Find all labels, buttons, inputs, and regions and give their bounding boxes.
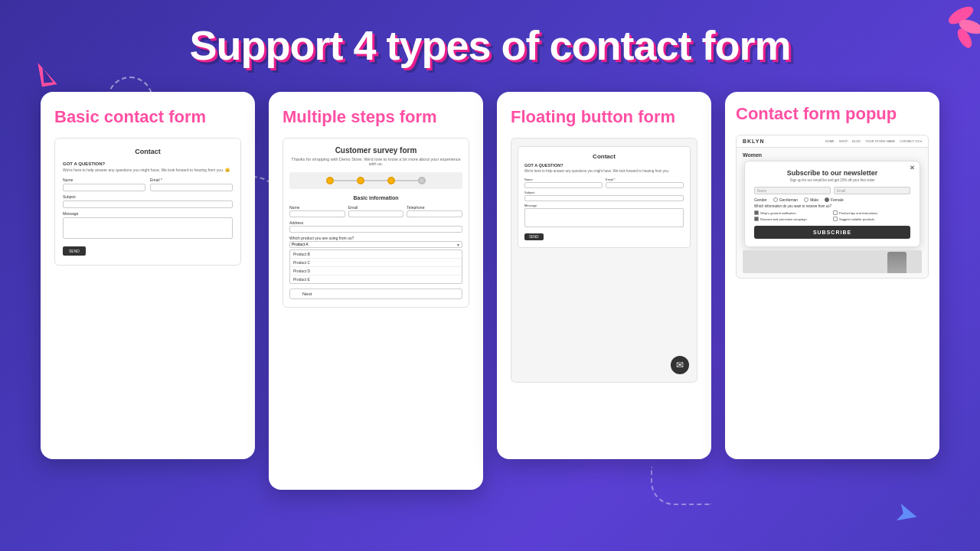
msfp-address-label: Address (289, 220, 462, 225)
bfp-subject-label: Subject (63, 194, 233, 199)
msfp-option-e[interactable]: Product E (290, 276, 462, 283)
floating-form-preview: Contact GOT A QUESTION? We're here to he… (511, 138, 697, 383)
pfp-checkbox-discount-box (754, 217, 759, 221)
pfp-subscribe-btn[interactable]: SUBSCRIBE (754, 226, 910, 239)
fbfp-heading: Contact (524, 153, 684, 160)
msfp-line-3 (395, 180, 418, 181)
pfp-nav-contact[interactable]: CONTACT US ▾ (900, 139, 922, 143)
card-basic: Basic contact form Contact GOT A QUESTIO… (41, 92, 255, 459)
msfp-product-label: Which product you are using from us? (289, 236, 462, 240)
pfp-modal: ✕ Subscribe to our newsletter Sign up fo… (744, 161, 920, 247)
fbfp-section-text: We're here to help answer any questions … (524, 169, 684, 174)
pfp-page-image (743, 250, 922, 273)
basic-form-preview: Contact GOT A QUESTION? We're here to he… (54, 138, 241, 266)
pfp-radio-male[interactable]: Male (804, 197, 818, 202)
fbfp-subject-label: Subject (524, 191, 684, 194)
pfp-email-placeholder: Email (837, 189, 845, 193)
pfp-checkbox-suggest-box (833, 217, 838, 221)
pfp-radio-text-gentleman: Gentleman (779, 197, 798, 202)
bfp-send-btn[interactable]: SEND (63, 246, 86, 256)
pfp-site-logo: BKLYN (743, 139, 764, 144)
fbfp-contact-box: Contact GOT A QUESTION? We're here to he… (518, 146, 691, 247)
bfp-message-input (63, 217, 233, 239)
deco-arrow-right: ➤ (892, 495, 923, 532)
pfp-radio-dot-male (804, 197, 808, 202)
msfp-subtitle: Thanks for shopping with Demo Store. We'… (289, 157, 462, 166)
fbfp-send-btn[interactable]: SEND (524, 233, 544, 240)
card-basic-title: Basic contact form (54, 107, 241, 127)
pfp-radio-female[interactable]: Female (825, 197, 844, 202)
multistep-form-preview: Customer survey form Thanks for shopping… (283, 138, 469, 308)
msfp-dot-3 (387, 177, 395, 184)
msfp-selected-option: Product A (292, 242, 309, 246)
bfp-name-input (63, 184, 145, 191)
fbfp-email-input (606, 182, 684, 188)
msfp-dropdown-wrap: Product A ▼ (289, 241, 462, 248)
pfp-close-btn[interactable]: ✕ (910, 165, 915, 171)
pfp-modal-title: Subscribe to our newsletter (754, 169, 910, 177)
pfp-person-figure (887, 252, 906, 273)
msfp-dot-4 (418, 177, 426, 184)
bfp-name-label: Name (63, 178, 145, 182)
msfp-progress-bar (289, 172, 462, 189)
pfp-website-bar: BKLYN HOME SHOP BLOG YOUR STORE NAME CON… (737, 135, 928, 148)
card-floating-title: Floating button form (511, 107, 697, 127)
fbfp-email-label: Email * (606, 178, 684, 181)
pfp-checkbox-suggest[interactable]: Suggest suitable products (833, 217, 910, 221)
msfp-option-b[interactable]: Product B (290, 250, 462, 259)
pfp-nav-blog[interactable]: BLOG (852, 139, 861, 143)
card-floating: Floating button form Contact GOT A QUEST… (497, 92, 711, 459)
msfp-section: Basic information (289, 195, 462, 201)
pfp-modal-subtitle: Sign up for our email list and get 15% o… (754, 178, 910, 182)
msfp-line-2 (364, 180, 387, 181)
page-title: Support 4 types of contact form (0, 21, 980, 69)
pfp-checkbox-tips-box (833, 210, 838, 215)
pfp-gender-row: Gender Gentleman Male Female (754, 197, 910, 202)
bfp-subject-input (63, 201, 233, 208)
msfp-line-1 (334, 180, 357, 181)
card-popup: Contact form popup BKLYN HOME SHOP BLOG … (725, 92, 939, 459)
pfp-nav-home[interactable]: HOME (825, 139, 835, 143)
bfp-email-label: Email * (150, 178, 233, 182)
card-multistep-title: Multiple steps form (283, 107, 469, 127)
bfp-message-label: Message (63, 211, 233, 216)
envelope-icon: ✉ (676, 360, 684, 370)
msfp-option-c[interactable]: Product C (290, 259, 462, 267)
pfp-checkbox-discount-label: Discount and promotion campaign (760, 217, 807, 221)
deco-flower (919, 0, 980, 61)
pfp-nav-shop[interactable]: SHOP (839, 139, 848, 143)
fbfp-float-button[interactable]: ✉ (671, 356, 689, 374)
card-multistep: Multiple steps form Customer survey form… (269, 92, 483, 490)
fbfp-message-input (524, 208, 684, 227)
pfp-gender-label: Gender (754, 197, 767, 202)
pfp-checkbox-general[interactable]: Shop's general notification (754, 210, 831, 215)
msfp-telephone-label: Telephone (407, 205, 462, 210)
pfp-radio-dot-female (825, 197, 829, 202)
pfp-checkbox-discount[interactable]: Discount and promotion campaign (754, 217, 831, 221)
bfp-heading: Contact (63, 148, 233, 155)
pfp-nav-store[interactable]: YOUR STORE NAME (865, 139, 895, 143)
msfp-next-btn[interactable]: Next (289, 289, 462, 299)
pfp-radio-gentleman[interactable]: Gentleman (773, 197, 798, 202)
pfp-checkbox-tips[interactable]: Product tips and instructions (833, 210, 910, 215)
msfp-telephone-input (407, 210, 462, 217)
msfp-email-label: Email (348, 205, 404, 210)
pfp-content: Women ✕ Subscribe to our newsletter Sign… (737, 148, 928, 278)
pfp-checkbox-group: Shop's general notification Product tips… (754, 210, 910, 221)
pfp-email-input[interactable]: Email (834, 187, 910, 194)
popup-form-preview: BKLYN HOME SHOP BLOG YOUR STORE NAME CON… (736, 135, 929, 279)
bfp-email-input (150, 184, 233, 191)
msfp-heading: Customer survey form (289, 146, 462, 155)
msfp-dropdown[interactable]: Product A (289, 241, 462, 248)
bfp-section-label: GOT A QUESTION? (63, 161, 233, 166)
cards-container: Basic contact form Contact GOT A QUESTIO… (0, 92, 980, 490)
pfp-checkbox-general-box (754, 210, 759, 215)
pfp-info-label: Which information do you want to receive… (754, 204, 910, 208)
pfp-name-input[interactable]: Name (754, 187, 831, 194)
fbfp-subject-input (524, 195, 684, 201)
msfp-dot-1 (326, 177, 334, 184)
fbfp-name-label: Name (524, 178, 603, 181)
msfp-option-d[interactable]: Product D (290, 267, 462, 276)
msfp-name-input (289, 210, 345, 217)
msfp-address-input (289, 226, 462, 233)
